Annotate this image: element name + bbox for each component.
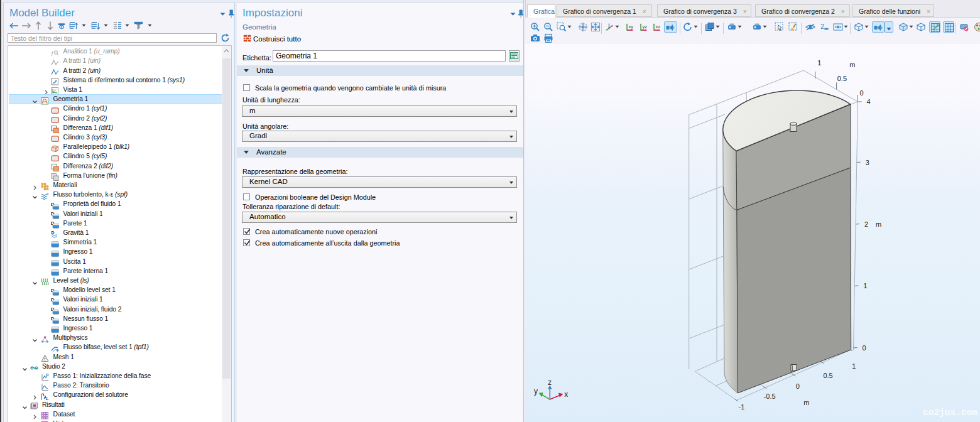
- svg-text:xz: xz: [656, 24, 661, 30]
- svg-text:x: x: [564, 390, 568, 399]
- svg-text:1: 1: [863, 282, 867, 289]
- svg-text:m: m: [876, 220, 881, 228]
- svg-text:yz: yz: [643, 24, 648, 30]
- svg-text:1: 1: [852, 362, 856, 370]
- svg-text:1: 1: [817, 59, 821, 67]
- svg-text:-1: -1: [739, 403, 745, 411]
- svg-text:3: 3: [866, 159, 869, 166]
- svg-text:m: m: [849, 61, 855, 68]
- svg-text:y: y: [534, 387, 538, 396]
- svg-text:0.5: 0.5: [823, 372, 832, 379]
- svg-text:2: 2: [864, 220, 868, 228]
- svg-text:xy: xy: [629, 24, 634, 30]
- svg-text:0: 0: [796, 382, 800, 390]
- svg-text:4: 4: [866, 98, 870, 106]
- svg-text:-0.5: -0.5: [764, 392, 776, 400]
- svg-text:z: z: [548, 378, 552, 387]
- svg-text:f: f: [52, 50, 54, 55]
- svg-text:co2jus.com: co2jus.com: [923, 408, 977, 418]
- svg-text:m: m: [803, 399, 809, 406]
- svg-text:0.5: 0.5: [837, 75, 847, 82]
- svg-text:0: 0: [859, 89, 863, 97]
- svg-text:2: 2: [820, 23, 824, 30]
- svg-text:0: 0: [863, 344, 866, 352]
- svg-text:D: D: [52, 230, 55, 235]
